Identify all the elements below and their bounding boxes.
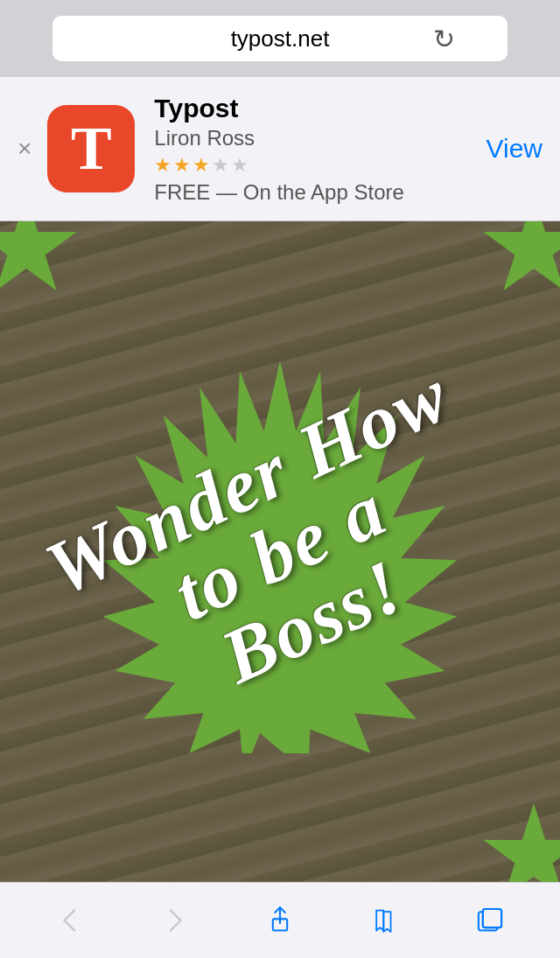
reload-icon[interactable]: ↻ [433,24,455,54]
bookmarks-icon [369,905,401,936]
url-input[interactable]: typost.net ↻ [52,16,508,61]
star-2: ★ [173,154,192,176]
back-icon [54,905,86,936]
view-button[interactable]: View [486,134,542,164]
price-label: FREE [154,180,210,204]
app-rating: ★★★★★ [154,154,477,177]
app-price: FREE — On the App Store [154,180,477,205]
starburst-top-left [0,221,79,300]
starburst-tl-svg [0,221,79,300]
svg-rect-6 [483,909,501,927]
svg-marker-0 [0,221,77,290]
app-icon: T [47,105,135,192]
starburst-top-right [481,221,560,300]
starburst-tr-svg [481,221,560,300]
starburst-bottom-right [481,803,560,882]
star-3: ★ [192,154,212,176]
app-store-banner: × T Typost Liron Ross ★★★★★ FREE — On th… [0,77,560,221]
bookmarks-button[interactable] [350,894,420,947]
main-content: Wonder How to be a Boss! [0,221,560,882]
back-button[interactable] [35,894,105,947]
star-1: ★ [154,154,173,176]
close-button[interactable]: × [18,135,32,163]
tabs-button[interactable] [455,894,525,947]
star-5: ★ [231,154,250,176]
share-icon [264,905,296,936]
share-button[interactable] [245,894,315,947]
star-4: ★ [212,154,231,176]
app-icon-letter: T [71,118,112,179]
forward-button[interactable] [140,894,210,947]
app-developer: Liron Ross [154,126,477,150]
app-info: Typost Liron Ross ★★★★★ FREE — On the Ap… [154,93,477,205]
svg-marker-2 [483,803,560,882]
starburst-br-svg [481,803,560,882]
address-bar: typost.net ↻ [0,0,560,77]
price-suffix: — On the App Store [216,180,404,204]
app-name: Typost [154,93,477,124]
tabs-icon [474,905,506,936]
bottom-toolbar [0,882,560,958]
forward-icon [159,905,191,936]
url-text: typost.net [231,25,330,52]
svg-marker-1 [483,221,560,290]
